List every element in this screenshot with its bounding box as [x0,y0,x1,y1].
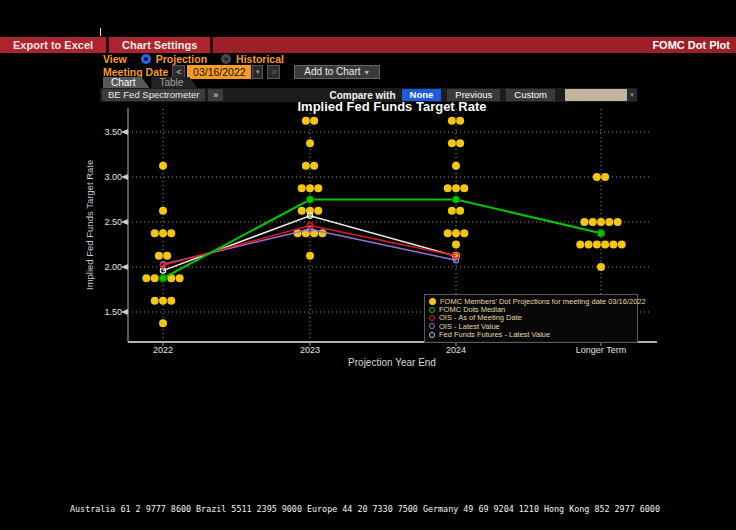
legend-dot-icon [429,298,436,305]
legend-ring-icon [429,315,435,321]
legend-row: Fed Funds Futures - Latest Value [429,331,633,339]
chart-legend: FOMC Members' Dot Projections for meetin… [424,294,638,343]
x-tick-label: 2024 [411,345,501,355]
x-tick-label: 2022 [118,345,208,355]
terminal-footer: Australia 61 2 9777 8600 Brazil 5511 239… [70,484,732,530]
y-tick-label: 2.00 [94,262,122,272]
x-tick-label: Longer Term [556,345,646,355]
footer-line-1: Australia 61 2 9777 8600 Brazil 5511 239… [70,504,732,514]
legend-ring-icon [429,323,435,329]
chart-title: Implied Fed Funds Target Rate [128,99,656,114]
y-tick-label: 3.00 [94,172,122,182]
x-axis-label: Projection Year End [128,357,656,368]
y-tick-label: 1.50 [94,307,122,317]
y-tick-label: 3.50 [94,127,122,137]
bloomberg-terminal-window: Export to Excel Chart Settings FOMC Dot … [0,0,736,530]
legend-ring-icon [429,332,435,338]
legend-ring-icon [429,307,435,313]
y-tick-label: 2.50 [94,217,122,227]
legend-label: Fed Funds Futures - Latest Value [439,330,550,339]
x-tick-label: 2023 [265,345,355,355]
